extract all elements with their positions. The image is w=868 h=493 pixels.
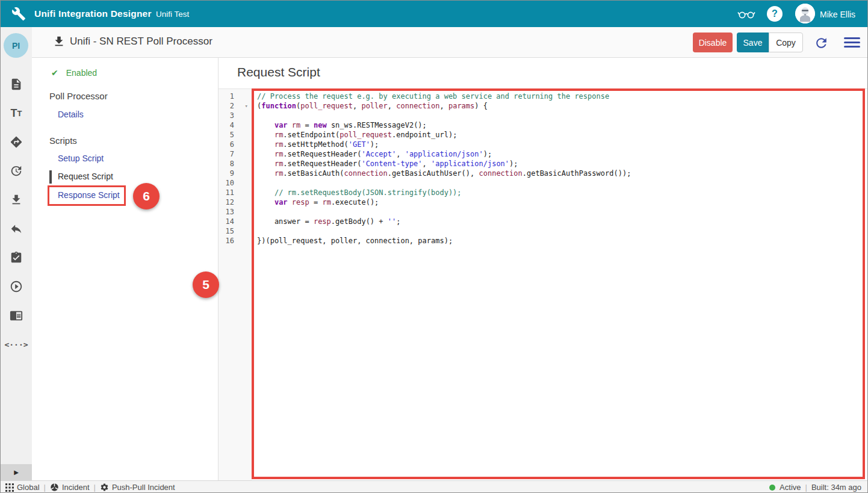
line-number: 16 (219, 236, 252, 246)
line-number: 6 (219, 140, 252, 149)
line-number: 4 (219, 120, 252, 130)
active-item-bar (49, 170, 52, 184)
main-content: Request Script 12▾345678910111213141516 … (219, 58, 868, 480)
code-icon[interactable]: <···> (9, 337, 23, 352)
line-number: 10 (219, 178, 252, 188)
code-line[interactable]: rm.setRequestHeader('Accept', 'applicati… (257, 149, 868, 159)
help-icon[interactable]: ? (767, 6, 783, 22)
message-label: Push-Pull Incident (112, 483, 175, 492)
gear-icon (100, 483, 109, 492)
expand-sidebar-button[interactable]: ▶ (1, 464, 32, 480)
separator: | (94, 483, 96, 492)
code-line[interactable]: var rm = new sn_ws.RESTMessageV2(); (257, 120, 868, 130)
undo-icon[interactable] (9, 222, 23, 236)
line-number: 3 (219, 111, 252, 120)
run-icon[interactable] (9, 279, 23, 294)
check-icon: ✔ (51, 68, 58, 78)
line-number: 11 (219, 188, 252, 197)
menu-icon[interactable] (844, 37, 860, 48)
code-line[interactable]: rm.setBasicAuth(connection.getBasicAuthU… (257, 169, 868, 178)
code-line[interactable]: rm.setEndpoint(poll_request.endpoint_url… (257, 130, 868, 140)
code-line[interactable] (257, 111, 868, 120)
status-bar: Global | Incident | Push-Pull Incident (1, 480, 867, 493)
download-record-icon[interactable] (52, 35, 66, 48)
documentation-icon[interactable] (9, 308, 23, 323)
refresh-icon[interactable] (813, 35, 829, 51)
scope-label: Global (17, 483, 40, 492)
line-number: 15 (219, 226, 252, 236)
save-button[interactable]: Save (737, 33, 769, 52)
gutter: 12▾345678910111213141516 (219, 89, 252, 480)
glasses-icon[interactable] (737, 6, 755, 22)
nav-item-details[interactable]: Details (58, 110, 84, 119)
built-label: Built: 34m ago (811, 483, 861, 492)
record-title: Unifi - SN REST Poll Processor (70, 36, 212, 48)
message-item[interactable]: Push-Pull Incident (100, 483, 175, 492)
icon-sidebar: PI TT (1, 27, 32, 480)
active-status-label: Active (780, 483, 801, 492)
directions-icon[interactable] (9, 135, 23, 149)
poll-processor-section-title: Poll Processor (49, 91, 108, 101)
integration-label: Incident (62, 483, 90, 492)
editor-heading-row: Request Script (219, 58, 868, 89)
integration-item[interactable]: Incident (50, 483, 90, 492)
workspace-name: Unifi Test (156, 10, 189, 19)
active-status-dot (769, 485, 775, 491)
nav-item-request-script[interactable]: Request Script (58, 172, 113, 181)
history-icon[interactable] (9, 164, 23, 178)
line-number: 8 (219, 159, 252, 169)
separator: | (44, 483, 46, 492)
line-number: 14 (219, 217, 252, 226)
code-line[interactable]: })(poll_request, poller, connection, par… (257, 236, 868, 246)
code-line[interactable]: rm.setRequestHeader('Content-type', 'app… (257, 159, 868, 169)
line-number: 5 (219, 130, 252, 140)
unifi-integration-designer-window: Unifi Integration Designer Unifi Test ? … (0, 0, 868, 493)
text-format-icon[interactable]: TT (9, 106, 23, 120)
code-line[interactable]: answer = resp.getBody() + ''; (257, 217, 868, 226)
line-number: 1 (219, 91, 252, 101)
editor-heading: Request Script (237, 65, 320, 79)
scripts-section-title: Scripts (49, 135, 77, 146)
line-number: 2▾ (219, 101, 252, 111)
app-title: Unifi Integration Designer (34, 8, 152, 19)
user-name[interactable]: Mike Ellis (820, 10, 855, 19)
nav-item-response-script[interactable]: Response Script (58, 190, 120, 200)
code-line[interactable]: // rm.setRequestBody(JSON.stringify(body… (257, 188, 868, 197)
integration-avatar[interactable]: PI (4, 33, 28, 58)
annotation-step-6: 6 (133, 183, 160, 209)
enabled-label: Enabled (66, 68, 97, 78)
fold-arrow-icon[interactable]: ▾ (245, 101, 248, 111)
record-nav-panel: ✔Enabled Poll Processor Details Scripts … (32, 58, 219, 480)
top-header-bar: Unifi Integration Designer Unifi Test ? … (1, 1, 867, 27)
wrench-icon[interactable] (11, 7, 26, 21)
script-editor: 12▾345678910111213141516 // Process the … (219, 89, 868, 480)
document-icon[interactable] (9, 77, 23, 91)
tasks-icon[interactable] (9, 250, 23, 265)
nav-item-setup-script[interactable]: Setup Script (58, 153, 104, 163)
line-number: 13 (219, 207, 252, 217)
enabled-status[interactable]: ✔Enabled (51, 68, 97, 78)
line-number: 7 (219, 149, 252, 159)
code-line[interactable] (257, 226, 868, 236)
code-line[interactable] (257, 207, 868, 217)
code-line[interactable]: rm.setHttpMethod('GET'); (257, 140, 868, 149)
separator: | (805, 483, 807, 492)
code-lines[interactable]: // Process the request e.g. by executing… (252, 89, 868, 480)
code-line[interactable]: (function(poll_request, poller, connecti… (257, 101, 868, 111)
disable-button[interactable]: Disable (693, 33, 733, 52)
code-line[interactable]: var resp = rm.execute(); (257, 197, 868, 207)
copy-button[interactable]: Copy (769, 33, 803, 52)
record-toolbar: Unifi - SN REST Poll Processor Disable S… (1, 27, 867, 58)
code-line[interactable]: // Process the request e.g. by executing… (257, 91, 868, 101)
integration-icon (50, 483, 59, 492)
grid-icon (5, 483, 14, 492)
line-number: 12 (219, 197, 252, 207)
scope-item[interactable]: Global (5, 483, 40, 492)
annotation-step-5: 5 (193, 271, 219, 298)
code-line[interactable] (257, 178, 868, 188)
download-icon[interactable] (9, 193, 23, 207)
user-avatar[interactable] (795, 4, 815, 23)
line-number: 9 (219, 169, 252, 178)
